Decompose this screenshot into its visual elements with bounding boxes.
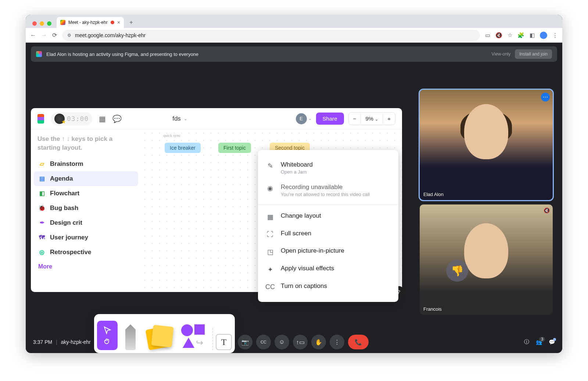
mute-site-icon[interactable]: 🔇 <box>495 32 502 39</box>
chevron-down-icon[interactable]: ⌄ <box>308 116 312 121</box>
url-text: meet.google.com/aky-hzpk-ehr <box>75 32 146 38</box>
recording-indicator-icon <box>111 21 114 24</box>
template-sidebar: Use the ↑ ↓ keys to pick a starting layo… <box>31 129 141 292</box>
meet-favicon-icon <box>60 20 65 25</box>
sticky-note-tool[interactable] <box>143 324 176 350</box>
menu-change-layout[interactable]: ▦ Change layout <box>258 208 398 225</box>
back-button[interactable]: ← <box>30 32 36 39</box>
pip-icon: ◳ <box>266 247 274 256</box>
canvas-chip-first-topic[interactable]: First topic <box>218 143 251 153</box>
site-info-icon[interactable]: ⚙ <box>67 33 71 38</box>
view-only-label: View-only <box>491 51 510 57</box>
sparkle-icon: ✦ <box>266 265 274 274</box>
template-design-crit[interactable]: ✒Design crit <box>34 216 138 230</box>
activity-banner: Elad Alon is hosting an activity using F… <box>31 46 557 62</box>
participant-name: Francois <box>423 306 442 312</box>
profile-avatar-icon[interactable] <box>540 32 547 39</box>
template-retrospective[interactable]: ◎Retrospective <box>34 245 138 260</box>
canvas-chip-ice-breaker[interactable]: Ice breaker <box>165 143 201 153</box>
select-tool[interactable] <box>97 321 118 350</box>
timer-icon: ★ <box>54 114 65 124</box>
layout-icon: ▦ <box>266 212 274 221</box>
install-and-join-button[interactable]: Install and join <box>515 49 552 59</box>
more-options-button[interactable]: ⋮ <box>330 335 344 349</box>
video-tile-elad[interactable]: ⋯ Elad Alon <box>420 90 553 200</box>
menu-recording-disabled: ◉ Recording unavailable You're not allow… <box>258 179 398 202</box>
present-button[interactable]: ↑▭ <box>293 335 308 349</box>
menu-pip[interactable]: ◳ Open picture-in-picture <box>258 243 398 260</box>
window-zoom-dot[interactable] <box>47 21 51 26</box>
template-brainstorm[interactable]: ▱Brainstorm <box>34 157 138 171</box>
window-minimize-dot[interactable] <box>40 21 44 26</box>
pencil-icon: ✎ <box>266 161 274 170</box>
forward-button[interactable]: → <box>41 32 47 39</box>
chat-button[interactable]: 💬 <box>549 339 555 345</box>
timer-value: 03:00 <box>67 115 89 122</box>
shapes-tool[interactable]: ↪ <box>176 322 209 350</box>
captions-icon: CC <box>266 282 274 291</box>
document-title[interactable]: fds ⌄ <box>172 115 187 122</box>
menu-whiteboard[interactable]: ✎ Whiteboard Open a Jam <box>258 157 398 179</box>
share-button[interactable]: Share <box>316 113 344 125</box>
menu-full-screen[interactable]: ⛶ Full screen <box>258 225 398 243</box>
template-agenda[interactable]: ▤Agenda <box>34 171 138 186</box>
template-bug-bash[interactable]: 🐞Bug bash <box>34 201 138 216</box>
meeting-details-button[interactable]: ⓘ <box>524 339 529 345</box>
bookmark-icon[interactable]: ☆ <box>508 32 512 39</box>
sidebar-hint: Use the ↑ ↓ keys to pick a starting layo… <box>34 135 138 157</box>
cast-icon[interactable]: ▭ <box>485 32 490 39</box>
extensions-icon[interactable]: 🧩 <box>517 32 524 39</box>
video-tile-francois[interactable]: 👎 🔇 Francois <box>420 204 553 315</box>
chevron-down-icon: ⌄ <box>184 116 187 121</box>
menu-visual-effects[interactable]: ✦ Apply visual effects <box>258 260 398 278</box>
new-tab-button[interactable]: + <box>127 18 136 27</box>
text-tool[interactable]: T <box>216 334 232 350</box>
timer-chip[interactable]: ★ 03:00 <box>51 112 92 125</box>
menu-captions[interactable]: CC Turn on captions <box>258 278 398 295</box>
layout-panels-icon[interactable]: ▦ <box>99 114 106 123</box>
reload-button[interactable]: ⟳ <box>52 32 57 39</box>
more-templates-link[interactable]: More <box>34 260 138 274</box>
address-bar[interactable]: ⚙ meet.google.com/aky-hzpk-ehr <box>62 30 480 41</box>
window-close-dot[interactable] <box>32 21 37 26</box>
comments-icon[interactable]: 💬 <box>112 114 122 123</box>
tab-close-icon[interactable]: × <box>117 19 120 25</box>
leave-call-button[interactable]: 📞 <box>348 335 369 349</box>
collaborator-avatar[interactable]: E <box>296 113 307 124</box>
canvas-note: quick sync <box>163 133 180 138</box>
camera-button[interactable]: 📷 <box>238 335 252 349</box>
captions-button[interactable]: CC <box>256 335 271 349</box>
participant-count: 3 <box>539 337 545 342</box>
clock: 3:37 PM <box>33 339 52 345</box>
figma-logo-icon[interactable] <box>37 114 44 124</box>
raise-hand-button[interactable]: ✋ <box>311 335 326 349</box>
muted-icon: 🔇 <box>544 207 550 213</box>
figma-app-icon <box>36 51 42 57</box>
participant-name: Elad Alon <box>423 192 444 197</box>
pencil-tool[interactable] <box>118 317 143 350</box>
meeting-code: aky-hzpk-ehr <box>61 339 91 345</box>
sidepanel-icon[interactable]: ◧ <box>530 32 535 39</box>
tab-title: Meet - aky-hzpk-ehr <box>68 20 108 25</box>
zoom-out-button[interactable]: − <box>349 113 361 125</box>
browser-tab[interactable]: Meet - aky-hzpk-ehr × <box>57 17 124 28</box>
record-icon: ◉ <box>266 184 274 192</box>
fullscreen-icon: ⛶ <box>266 230 274 238</box>
tile-more-icon[interactable]: ⋯ <box>541 93 550 102</box>
browser-menu-icon[interactable]: ⋮ <box>552 32 558 39</box>
zoom-in-button[interactable]: + <box>383 113 395 125</box>
more-options-menu: ✎ Whiteboard Open a Jam ◉ Recording unav… <box>258 150 398 302</box>
banner-text: Elad Alon is hosting an activity using F… <box>46 51 198 57</box>
reaction-thumbs-down-icon: 👎 <box>446 260 468 282</box>
zoom-level[interactable]: 9% ⌄ <box>361 113 383 125</box>
participants-button[interactable]: 👥 3 <box>536 339 542 345</box>
figma-toolbar: ↪ T <box>94 314 235 353</box>
reactions-button[interactable]: ☺ <box>275 335 289 349</box>
chat-unread-dot <box>553 338 556 341</box>
template-flowchart[interactable]: ◧Flowchart <box>34 186 138 201</box>
template-user-journey[interactable]: 🗺User journey <box>34 230 138 245</box>
